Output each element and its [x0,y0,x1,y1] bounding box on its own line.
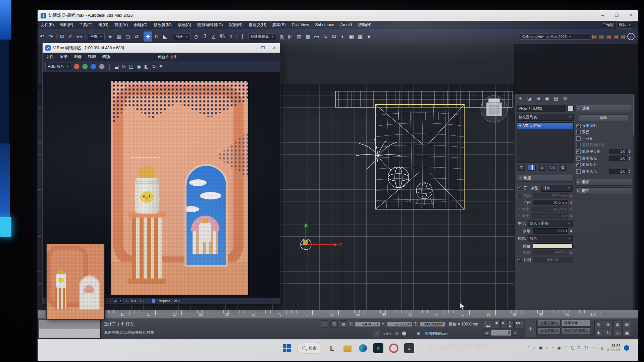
workspace-dropdown[interactable]: 默认▼ [616,21,633,28]
project-path-field[interactable]: C:\Users\Ad~-ds Max 2023▼ [520,34,590,40]
select-link-icon[interactable]: ⧉ [58,32,66,42]
menu-item[interactable]: 动画(A) [175,22,194,27]
option-checkbox[interactable] [576,130,581,134]
edit-named-selection-icon[interactable]: { [238,32,247,42]
recorder-app-icon[interactable] [389,343,399,353]
modifier-list-dropdown[interactable]: 修改器列表▼ [517,114,574,121]
add-time-tag-icon[interactable]: ⊕ [415,330,422,337]
layer-manager-icon[interactable]: ≣ [304,32,312,42]
ribbon-icon[interactable]: ▭ [312,32,321,42]
spinner[interactable] [570,194,573,197]
selection-lock-icon[interactable]: ⚿ [330,320,338,328]
select-object-icon[interactable]: ➤ [106,32,115,42]
target-checkbox[interactable] [518,194,522,198]
display-tab-icon[interactable]: ▤ [554,96,558,102]
copy-to-host-icon[interactable]: ⧉ [122,64,125,69]
rect-region-icon[interactable]: ◻ [123,32,132,42]
zoom-extents-icon[interactable]: ⊡ [613,320,622,328]
toolbar-separator[interactable]: ❘ [55,32,58,42]
selection-set-dropdown[interactable]: 选定对象 [562,320,591,326]
spinner[interactable] [628,170,631,173]
maxscript-mini-listener[interactable] [39,320,101,339]
option-checkbox[interactable] [576,169,581,174]
rollout-general-header[interactable]: ▼常规 [517,175,574,182]
tray-app1-icon[interactable]: ▣ [539,346,543,350]
select-move-icon[interactable]: ✚ [144,32,152,42]
menu-item[interactable]: Substance [312,22,337,27]
maxscript-enable-icon[interactable]: ⚡ [373,330,380,337]
taskbar-clock[interactable]: 23:24 2023/2/7 [606,344,620,352]
tray-app2-icon[interactable]: ◃ [546,346,548,350]
green-channel-icon[interactable] [82,64,88,69]
scale-icon[interactable]: ◣ [161,32,170,42]
create-tab-icon[interactable]: ＋ [518,96,523,102]
menu-item[interactable]: 组(G) [96,22,111,27]
on-checkbox[interactable] [518,186,522,190]
file-explorer-icon[interactable] [342,343,353,353]
target-distance-field[interactable]: 200.0mm [533,193,568,198]
light-color-swatch[interactable] [533,243,572,249]
option-checkbox[interactable] [576,163,581,167]
zoom-icon[interactable]: ⊙ [594,320,603,328]
vfb-minimize-button[interactable]: ─ [246,43,257,53]
ime-indicator[interactable]: 中 [584,345,588,351]
light-type-dropdown[interactable]: 球体▼ [541,185,572,192]
isolate-selection-icon[interactable]: ◌ [321,320,328,328]
stack-item-vray-light[interactable]: ✦ VRay 灯光 [517,123,573,129]
menu-item[interactable]: 创建(C) [131,22,151,27]
utilities-tab-icon[interactable]: ⚙ [563,96,567,102]
vfb-channel-dropdown[interactable]: RGB 颜色▼ [45,63,71,70]
auto-key-button[interactable]: 自动关键点 [538,320,560,326]
redo-icon[interactable]: ↷ [46,32,55,42]
menu-item[interactable]: 编辑(E) [57,22,76,27]
tray-usb-icon[interactable]: ⌸ [578,346,580,350]
project-folder-icon[interactable]: ▤ [592,34,597,40]
percent-snap-icon[interactable]: % [218,32,227,42]
spinner[interactable] [570,230,573,233]
curve-editor-icon[interactable]: ∿ [321,32,330,42]
rotate-icon[interactable]: ↻ [152,32,161,42]
red-channel-icon[interactable] [74,64,79,69]
tray-clock-app-icon[interactable]: ◔ [551,346,554,350]
taskbar-app-l-icon[interactable]: L [327,343,337,353]
y-coordinate-field[interactable]: -2793.233 [387,322,412,326]
menu-item[interactable]: 自定义(U) [246,22,269,27]
snap-3d-icon[interactable]: 3 [201,32,209,42]
spinner[interactable] [628,150,631,153]
edge-browser-icon[interactable] [358,343,368,353]
compare-icon[interactable]: ◧ [144,64,149,69]
vfb-menu-item[interactable]: 视图 [85,54,99,59]
key-mode-icon[interactable]: ⚷ [512,330,518,336]
reference-coordsys-dropdown[interactable]: 视图▼ [174,33,191,40]
toolbar-separator[interactable]: ❘ [170,32,172,42]
radius-field[interactable]: 70.0mm [533,200,568,205]
show-end-result-icon[interactable]: ▐ [528,165,536,171]
3dsmax-taskbar-icon[interactable]: 3 [373,343,383,353]
spinner[interactable] [628,157,631,160]
dark-app-icon[interactable]: ▲ [404,343,414,353]
maximize-button[interactable]: ❐ [610,10,624,21]
render-production-icon[interactable]: ● [365,32,373,42]
menu-item[interactable]: 脚本(S) [269,22,289,27]
menu-item[interactable]: 渲染(R) [226,22,246,27]
set-key-button[interactable]: 设置关键点 [538,327,560,334]
toolbar-separator[interactable]: ❘ [141,32,144,42]
mirror-icon[interactable]: ⧎ [277,32,286,42]
tray-expand-icon[interactable]: ⌃ [527,346,530,350]
menu-item[interactable]: 工具(T) [76,22,95,27]
save-scene-icon[interactable]: ▤ [599,34,604,40]
frame-step-icon[interactable]: ◂▸ [484,330,490,336]
new-key-button[interactable]: ＋ [525,320,537,337]
texture-checkbox[interactable] [518,258,522,262]
option-checkbox[interactable] [576,143,581,147]
x-coordinate-field[interactable]: -2474.381 [355,322,380,326]
size1-field[interactable]: 10.0mm [531,206,568,212]
option-value-field[interactable]: 1.0 [609,156,627,161]
key-filters-button[interactable]: 关键点过滤器... [562,327,591,334]
tray-clipboard-icon[interactable]: ⎗ [571,346,574,350]
validate-check-icon[interactable]: ✓ [627,33,635,40]
vfb-menu-item[interactable]: 文件 [43,54,57,59]
select-by-name-icon[interactable]: ▤ [115,32,123,42]
vfb-title-bar[interactable]: ✓ V-Ray 帧缓冲区 - [100.0% of 430 x 689] ─ ❐… [43,43,280,53]
scene-explorer-icon[interactable]: ▥ [295,32,304,42]
